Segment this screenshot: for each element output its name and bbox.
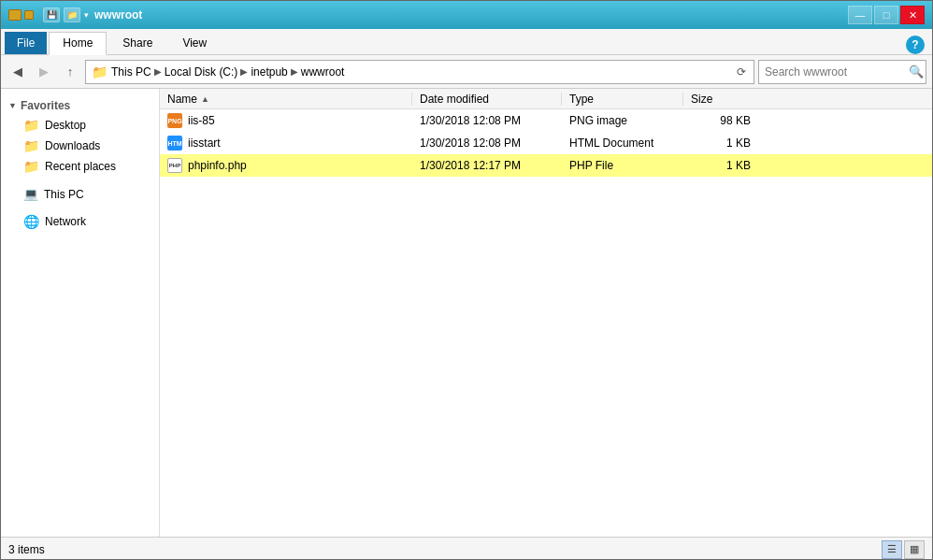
ribbon-help-area: ?: [906, 36, 932, 54]
file-date: 1/30/2018 12:08 PM: [412, 136, 562, 150]
file-date: 1/30/2018 12:08 PM: [412, 114, 562, 127]
folder-icon-small: [24, 10, 34, 20]
breadcrumb-current: wwwroot: [301, 65, 345, 79]
up-button[interactable]: ↑: [59, 61, 81, 83]
back-button[interactable]: ◀: [7, 61, 29, 83]
column-header: Name ▲ Date modified Type Size: [160, 89, 932, 109]
favorites-header[interactable]: ▼ Favorites: [1, 96, 159, 115]
file-size: 1 KB: [683, 136, 758, 150]
favorites-label: Favorites: [21, 99, 70, 112]
favorites-arrow: ▼: [8, 101, 17, 110]
file-name: phpinfo.php: [188, 159, 247, 172]
folder-icon-yellow: [8, 9, 22, 21]
item-count: 3 items: [8, 543, 45, 556]
search-icon[interactable]: 🔍: [909, 65, 924, 79]
qt-save-button[interactable]: 💾: [43, 7, 60, 22]
forward-button[interactable]: ▶: [33, 61, 55, 83]
tab-file[interactable]: File: [5, 32, 47, 54]
tab-view[interactable]: View: [168, 32, 221, 54]
search-input[interactable]: [765, 65, 905, 79]
png-icon: PNG: [167, 113, 182, 128]
file-name: iis-85: [188, 114, 215, 127]
qt-folder-button[interactable]: 📁: [64, 7, 80, 22]
network-section: 🌐 Network: [1, 211, 159, 232]
file-rows: PNG iis-85 1/30/2018 12:08 PM PNG image …: [160, 109, 932, 537]
column-type[interactable]: Type: [562, 93, 683, 106]
status-bar: 3 items ☰ ▦: [1, 537, 932, 560]
table-row[interactable]: PHP phpinfo.php 1/30/2018 12:17 PM PHP F…: [160, 154, 932, 177]
minimize-button[interactable]: —: [848, 6, 872, 24]
file-type: PHP File: [562, 159, 683, 172]
file-cell-name: PNG iis-85: [160, 113, 412, 128]
file-list-area: Name ▲ Date modified Type Size PNG iis-8…: [160, 89, 932, 537]
file-type: PNG image: [562, 114, 683, 127]
file-size: 98 KB: [683, 114, 758, 127]
network-label: Network: [45, 215, 86, 228]
breadcrumb-this-pc[interactable]: This PC: [111, 65, 151, 79]
desktop-label: Desktop: [45, 119, 86, 132]
address-folder-icon: 📁: [92, 65, 108, 79]
ribbon-tab-bar: File Home Share View ?: [1, 29, 932, 55]
sort-arrow: ▲: [201, 94, 209, 104]
sidebar-item-desktop[interactable]: 📁 Desktop: [1, 115, 159, 136]
view-buttons: ☰ ▦: [882, 540, 925, 559]
search-bar: 🔍: [758, 60, 926, 84]
help-button[interactable]: ?: [906, 36, 925, 54]
qt-dropdown[interactable]: ▾: [84, 10, 89, 20]
view-list-button[interactable]: ▦: [904, 540, 925, 559]
network-icon: 🌐: [23, 214, 39, 229]
breadcrumb: This PC ▶ Local Disk (C:) ▶ inetpub ▶ ww…: [111, 65, 731, 79]
file-size: 1 KB: [683, 159, 758, 172]
recent-folder-icon: 📁: [23, 159, 39, 174]
sidebar-item-this-pc[interactable]: 💻 This PC: [1, 184, 159, 204]
file-cell-name: HTM iisstart: [160, 136, 412, 151]
title-bar: 💾 📁 ▾ wwwroot — □ ✕: [1, 1, 932, 29]
sidebar-item-downloads[interactable]: 📁 Downloads: [1, 136, 159, 156]
sidebar-item-network[interactable]: 🌐 Network: [1, 211, 159, 232]
column-name[interactable]: Name ▲: [160, 93, 412, 106]
computer-icon: 💻: [23, 187, 38, 201]
favorites-section: ▼ Favorites 📁 Desktop 📁 Downloads 📁 Rece…: [1, 96, 159, 177]
sidebar-item-recent[interactable]: 📁 Recent places: [1, 156, 159, 177]
this-pc-label: This PC: [44, 188, 84, 201]
column-date[interactable]: Date modified: [412, 93, 562, 106]
desktop-folder-icon: 📁: [23, 118, 39, 133]
maximize-button[interactable]: □: [874, 6, 898, 24]
file-type: HTML Document: [562, 136, 683, 150]
downloads-folder-icon: 📁: [23, 138, 39, 153]
title-icon: [8, 9, 34, 21]
recent-label: Recent places: [45, 160, 116, 173]
breadcrumb-inetpub[interactable]: inetpub: [251, 65, 287, 79]
address-refresh-button[interactable]: ⟳: [735, 64, 748, 80]
table-row[interactable]: HTM iisstart 1/30/2018 12:08 PM HTML Doc…: [160, 132, 932, 154]
this-pc-section: 💻 This PC: [1, 184, 159, 204]
column-size[interactable]: Size: [683, 93, 758, 106]
view-details-button[interactable]: ☰: [882, 540, 902, 559]
main-content: ▼ Favorites 📁 Desktop 📁 Downloads 📁 Rece…: [1, 89, 932, 537]
php-icon: PHP: [167, 158, 182, 173]
tab-share[interactable]: Share: [108, 32, 166, 54]
file-date: 1/30/2018 12:17 PM: [412, 159, 562, 172]
table-row[interactable]: PNG iis-85 1/30/2018 12:08 PM PNG image …: [160, 109, 932, 132]
file-name: iisstart: [188, 136, 221, 150]
window-controls: — □ ✕: [848, 6, 925, 24]
sidebar: ▼ Favorites 📁 Desktop 📁 Downloads 📁 Rece…: [1, 89, 160, 537]
downloads-label: Downloads: [45, 139, 100, 152]
tab-home[interactable]: Home: [49, 32, 107, 55]
html-icon: HTM: [167, 136, 182, 151]
breadcrumb-local-disk[interactable]: Local Disk (C:): [165, 65, 238, 79]
address-bar[interactable]: 📁 This PC ▶ Local Disk (C:) ▶ inetpub ▶ …: [85, 60, 754, 84]
file-cell-name: PHP phpinfo.php: [160, 158, 412, 173]
close-button[interactable]: ✕: [900, 6, 925, 24]
navigation-bar: ◀ ▶ ↑ 📁 This PC ▶ Local Disk (C:) ▶ inet…: [1, 55, 932, 89]
window-title: wwwroot: [94, 8, 142, 22]
